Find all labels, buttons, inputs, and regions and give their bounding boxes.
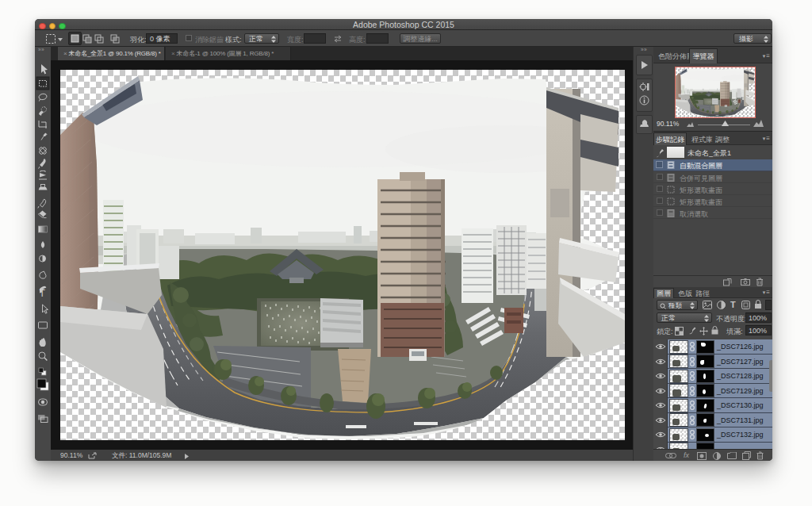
svg-text:T: T bbox=[40, 288, 46, 299]
